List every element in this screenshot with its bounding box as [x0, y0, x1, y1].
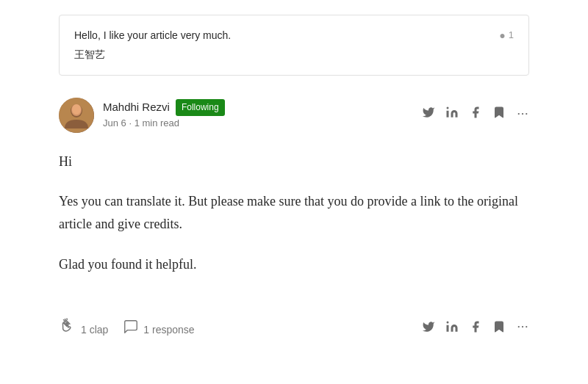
bottom-facebook-icon[interactable] [469, 320, 482, 339]
svg-point-4 [447, 106, 449, 109]
author-info: Mahdhi Rezvi Following Jun 6 · 1 min rea… [103, 98, 225, 131]
clap-count: 1 clap [81, 322, 108, 338]
bubble-count: 1 [509, 28, 514, 43]
author-name[interactable]: Mahdhi Rezvi [103, 98, 170, 116]
facebook-icon[interactable] [469, 106, 482, 125]
paragraph-hi: Hi [59, 151, 529, 173]
comment-author-chinese: 王智艺 [74, 46, 231, 62]
author-meta: Jun 6 · 1 min read [103, 116, 225, 131]
author-left: Mahdhi Rezvi Following Jun 6 · 1 min rea… [59, 98, 225, 133]
bottom-more-icon[interactable] [516, 320, 529, 339]
svg-point-5 [518, 113, 520, 115]
svg-point-6 [522, 113, 523, 115]
clap-icon [59, 316, 76, 342]
paragraph-glad: Glad you found it helpful. [59, 253, 529, 276]
following-badge[interactable]: Following [176, 99, 225, 116]
bottom-actions: 1 clap 1 response [59, 305, 529, 342]
response-section[interactable]: 1 response [123, 318, 194, 341]
article-content: Hi Yes you can translate it. But please … [59, 151, 529, 275]
more-options-icon[interactable] [516, 104, 529, 127]
bottom-left: 1 clap 1 response [59, 316, 195, 342]
svg-point-10 [522, 326, 523, 327]
svg-point-3 [72, 104, 81, 115]
response-count: 1 response [143, 322, 194, 338]
comment-text: Hello, I like your article very much. [74, 27, 231, 43]
bubble-icon: ● [499, 27, 505, 43]
bottom-linkedin-icon[interactable] [445, 320, 459, 339]
svg-point-8 [447, 321, 449, 323]
comment-bubble[interactable]: ● 1 [499, 27, 514, 43]
linkedin-icon[interactable] [445, 106, 459, 125]
author-name-row: Mahdhi Rezvi Following [103, 98, 225, 116]
bookmark-icon[interactable] [492, 106, 506, 125]
svg-point-9 [518, 326, 520, 327]
clap-section[interactable]: 1 clap [59, 316, 108, 342]
svg-point-11 [526, 326, 527, 327]
bottom-right [422, 320, 529, 339]
avatar[interactable] [59, 98, 94, 133]
share-icons [422, 104, 529, 127]
paragraph-main: Yes you can translate it. But please mak… [59, 190, 529, 235]
avatar-image [59, 98, 94, 133]
comment-text-block: Hello, I like your article very much. 王智… [74, 27, 231, 63]
twitter-icon[interactable] [422, 106, 435, 125]
svg-point-7 [526, 113, 527, 115]
bottom-twitter-icon[interactable] [422, 320, 435, 339]
comment-card: Hello, I like your article very much. 王智… [59, 15, 529, 76]
bottom-bookmark-icon[interactable] [492, 320, 506, 339]
comment-icon [123, 318, 139, 341]
author-row: Mahdhi Rezvi Following Jun 6 · 1 min rea… [59, 98, 529, 133]
